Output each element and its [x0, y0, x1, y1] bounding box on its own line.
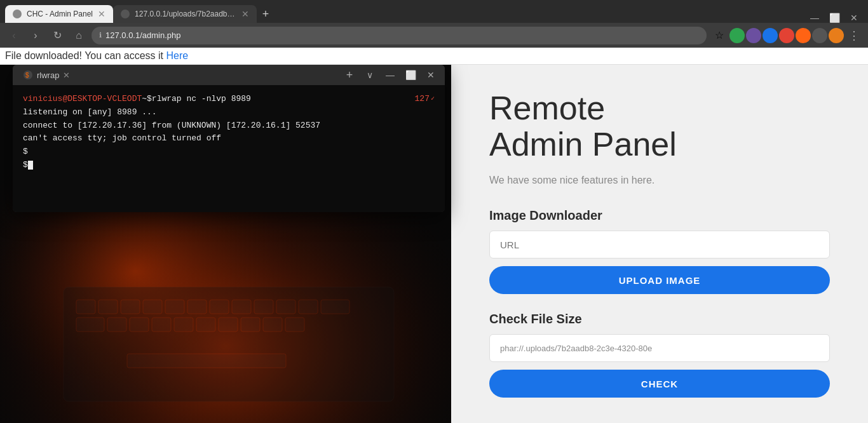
- svg-rect-13: [276, 300, 295, 314]
- image-downloader-section: Image Downloader UPLOAD IMAGE: [489, 208, 830, 312]
- tab-close-button-2[interactable]: ✕: [241, 9, 249, 19]
- terminal-prompt2: $: [23, 145, 435, 159]
- terminal-body: vinicius@DESKTOP-VCLEODT ~$ rlwrap nc -n…: [13, 85, 445, 212]
- svg-rect-20: [174, 318, 193, 332]
- terminal-output-line-3: can't access tty; job control turned off: [23, 132, 435, 145]
- svg-rect-6: [121, 300, 140, 314]
- file-path-input[interactable]: [489, 334, 830, 362]
- ext-icon-6[interactable]: [812, 28, 827, 43]
- svg-rect-18: [130, 318, 149, 332]
- svg-rect-17: [107, 318, 126, 332]
- terminal-tab: $ rlwrap ✕: [18, 70, 75, 80]
- terminal-command: rlwrap nc -nlvp 8989: [152, 93, 251, 106]
- page-subtitle: We have some nice features in here.: [489, 173, 830, 188]
- file-downloaded-bar: File downloaded! You can access it Here: [0, 48, 868, 65]
- svg-rect-4: [76, 300, 95, 314]
- terminal-titlebar: $ rlwrap ✕ + ∨ — ⬜ ✕: [13, 65, 445, 85]
- svg-rect-8: [165, 300, 184, 314]
- upload-image-button[interactable]: UPLOAD IMAGE: [489, 266, 830, 294]
- terminal-window: $ rlwrap ✕ + ∨ — ⬜ ✕ vinicius@DESKTOP-VC…: [13, 65, 445, 212]
- address-bar[interactable]: ℹ 127.0.0.1/admin.php: [92, 27, 707, 44]
- terminal-output-line-2: connect to [172.20.17.36] from (UNKNOWN)…: [23, 119, 435, 133]
- terminal-dropdown[interactable]: ∨: [361, 68, 379, 82]
- page-title: Remote Admin Panel: [489, 90, 830, 163]
- terminal-prompt: vinicius@DESKTOP-VCLEODT ~$ rlwrap nc -n…: [23, 93, 435, 106]
- svg-rect-9: [187, 300, 207, 314]
- left-panel: $ rlwrap ✕ + ∨ — ⬜ ✕ vinicius@DESKTOP-VC…: [0, 65, 451, 423]
- back-button[interactable]: ‹: [5, 27, 23, 44]
- file-size-title: Check File Size: [489, 312, 830, 326]
- ext-icon-4[interactable]: [779, 28, 794, 43]
- lock-icon: ℹ: [99, 31, 102, 39]
- svg-rect-14: [299, 300, 318, 314]
- terminal-maximize[interactable]: ⬜: [402, 68, 419, 82]
- file-size-checker-section: Check File Size CHECK: [489, 312, 830, 398]
- tab-bar: CHC - Admin Panel ✕ 127.0.0.1/uploads/7b…: [0, 0, 868, 23]
- bookmark-button[interactable]: ☆: [710, 27, 728, 44]
- tab-label: CHC - Admin Panel: [27, 10, 93, 18]
- terminal-chevron: ✓: [431, 94, 435, 104]
- tab-favicon: [13, 10, 22, 18]
- nav-bar: ‹ › ↻ ⌂ ℹ 127.0.0.1/admin.php ☆ ⋮: [0, 23, 868, 48]
- ext-icon-1[interactable]: [729, 28, 745, 43]
- ext-icon-5[interactable]: [796, 28, 811, 43]
- forward-button[interactable]: ›: [27, 27, 44, 44]
- terminal-cursor: [28, 161, 33, 170]
- svg-rect-5: [98, 300, 118, 314]
- svg-rect-26: [127, 354, 286, 368]
- svg-rect-19: [152, 318, 171, 332]
- terminal-output-line-1: listening on [any] 8989 ...: [23, 106, 435, 119]
- terminal-controls: + ∨ — ⬜ ✕: [341, 68, 440, 82]
- home-button[interactable]: ⌂: [70, 27, 88, 44]
- terminal-user: vinicius@DESKTOP-VCLEODT: [23, 93, 142, 106]
- svg-rect-7: [143, 300, 162, 314]
- reload-button[interactable]: ↻: [48, 27, 66, 44]
- new-tab-button[interactable]: +: [257, 5, 275, 23]
- svg-rect-21: [196, 318, 215, 332]
- minimize-button[interactable]: —: [810, 13, 819, 23]
- tab-close-button[interactable]: ✕: [98, 9, 105, 19]
- tab-uploads[interactable]: 127.0.0.1/uploads/7b2aadb8-2c3... ✕: [113, 5, 257, 23]
- tab-label-2: 127.0.0.1/uploads/7b2aadb8-2c3...: [135, 10, 236, 18]
- svg-rect-25: [285, 318, 304, 332]
- ext-icon-3[interactable]: [763, 28, 778, 43]
- terminal-tab-icon: $: [23, 70, 33, 80]
- terminal-minimize[interactable]: —: [381, 68, 399, 82]
- address-text: 127.0.0.1/admin.php: [105, 30, 181, 40]
- url-input[interactable]: [489, 231, 830, 258]
- browser-actions: ☆ ⋮: [710, 27, 863, 44]
- terminal-tab-close[interactable]: ✕: [63, 70, 70, 80]
- tab-favicon-2: [121, 10, 130, 18]
- terminal-close[interactable]: ✕: [422, 68, 440, 82]
- svg-rect-16: [76, 318, 104, 332]
- download-here-link[interactable]: Here: [166, 50, 189, 61]
- terminal-add-tab[interactable]: +: [341, 68, 358, 82]
- download-message: File downloaded! You can access it: [5, 50, 166, 61]
- terminal-status: 127: [415, 93, 430, 106]
- menu-button[interactable]: ⋮: [845, 27, 863, 44]
- svg-rect-15: [321, 300, 349, 314]
- page-content: $ rlwrap ✕ + ∨ — ⬜ ✕ vinicius@DESKTOP-VC…: [0, 65, 868, 423]
- svg-text:$: $: [25, 72, 29, 79]
- browser-chrome: CHC - Admin Panel ✕ 127.0.0.1/uploads/7b…: [0, 0, 868, 48]
- svg-rect-23: [241, 318, 260, 332]
- ext-icon-7[interactable]: [829, 28, 844, 43]
- image-downloader-title: Image Downloader: [489, 208, 830, 223]
- terminal-prompt3-line: $: [23, 159, 435, 172]
- tab-admin-panel[interactable]: CHC - Admin Panel ✕: [5, 5, 113, 23]
- svg-rect-12: [254, 300, 273, 314]
- svg-rect-24: [263, 318, 282, 332]
- maximize-button[interactable]: ⬜: [829, 13, 840, 23]
- terminal-symbol: ~$: [142, 93, 152, 106]
- check-button[interactable]: CHECK: [489, 370, 830, 398]
- svg-rect-22: [219, 318, 238, 332]
- svg-rect-11: [232, 300, 251, 314]
- svg-rect-10: [210, 300, 229, 314]
- right-panel: Remote Admin Panel We have some nice fea…: [451, 65, 868, 423]
- close-window-button[interactable]: ✕: [850, 13, 858, 23]
- terminal-title: rlwrap: [37, 70, 59, 80]
- ext-icon-2[interactable]: [746, 28, 761, 43]
